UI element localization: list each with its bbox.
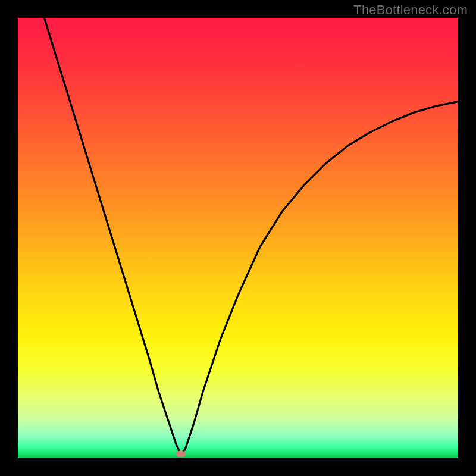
chart-frame: TheBottleneck.com bbox=[0, 0, 476, 476]
watermark-text: TheBottleneck.com bbox=[353, 2, 468, 18]
bottleneck-curve bbox=[18, 18, 458, 458]
plot-area bbox=[18, 18, 458, 458]
optimum-marker bbox=[176, 450, 186, 457]
